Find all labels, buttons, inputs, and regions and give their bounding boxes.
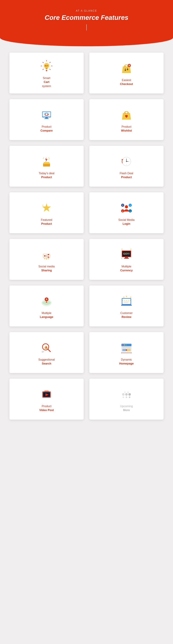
svg-rect-92 [46,346,46,349]
feature-card-todays-deal: Today's dealProduct [10,146,84,187]
svg-rect-111 [44,390,49,392]
svg-text:€: € [130,248,132,251]
svg-line-31 [48,159,49,160]
svg-rect-9 [46,68,48,68]
svg-rect-23 [44,118,49,119]
svg-text:g: g [122,210,123,212]
multiple-language-label: MultipleLanguage [40,311,53,319]
smart-cart-label: Smart Cartsystem [42,76,51,88]
featured-product-label: FeaturedProduct [41,218,52,226]
header-divider [86,24,87,30]
svg-text:in: in [130,210,131,212]
smart-cart-icon: BUY [40,59,54,73]
dynamic-homepage-icon [119,341,134,355]
svg-rect-103 [127,349,130,351]
upcoming-more-icon [119,387,134,402]
feature-card-easiest-checkout: EasiestCheckout [89,52,164,94]
feature-card-dynamic-homepage: DynamicHomepage [89,332,164,373]
feature-card-upcoming-more: UpcomingMore [89,379,164,420]
svg-rect-91 [44,347,45,349]
feature-card-flash-deal: Flash DealProduct [89,146,164,187]
svg-rect-22 [45,118,48,118]
social-login-icon: f t g in [119,201,134,215]
feature-card-smart-cart: BUY Smart Cartsystem [10,52,84,94]
svg-text:$: $ [122,248,123,251]
svg-line-29 [48,158,49,158]
svg-rect-10 [46,68,47,69]
svg-rect-81 [121,305,132,306]
svg-point-98 [122,344,124,346]
social-login-label: Social MediaLogin [118,218,134,226]
todays-deal-label: Today's dealProduct [39,172,54,179]
todays-deal-icon [40,154,54,168]
svg-text:★ ★ ★ ★ ★: ★ ★ ★ ★ ★ [122,300,131,301]
svg-point-117 [129,396,130,398]
svg-rect-71 [124,258,129,259]
dynamic-homepage-label: DynamicHomepage [119,358,134,366]
svg-point-115 [122,396,124,398]
svg-point-113 [125,393,128,396]
svg-rect-102 [122,349,126,351]
product-video-icon [40,387,54,402]
svg-point-61 [48,254,49,255]
svg-rect-70 [125,257,128,258]
feature-card-customer-review: ★ ★ ★ ★ ★ ★ ★ ★ CustomerReview [89,286,164,326]
product-wishlist-label: ProductWishlist [121,125,132,133]
multiple-language-icon [40,294,54,308]
svg-point-42 [126,161,127,162]
product-compare-label: ProductCompare [40,125,53,133]
header-title: Core Ecommerce Features [3,14,170,22]
feature-card-multiple-currency: GO!!! $ € £ MultipleCurrency [89,239,164,280]
product-wishlist-icon [119,108,134,122]
svg-line-2 [50,62,50,63]
multiple-currency-label: MultipleCurrency [120,264,132,272]
svg-rect-67 [48,258,49,259]
suggestional-search-label: SuggestionalSearch [38,358,55,366]
svg-rect-66 [46,258,47,260]
featured-product-icon [40,201,54,215]
social-sharing-icon [40,248,54,262]
svg-point-25 [127,112,128,114]
product-compare-icon [40,108,54,122]
svg-text:BUY: BUY [45,65,48,67]
feature-card-featured-product: FeaturedProduct [10,192,84,233]
feature-card-suggestional-search: SuggestionalSearch [10,332,84,373]
flash-deal-label: Flash DealProduct [120,172,133,179]
svg-rect-21 [42,112,50,116]
flash-deal-icon [119,154,134,168]
svg-point-99 [124,344,125,346]
easiest-checkout-label: EasiestCheckout [120,78,133,86]
svg-line-90 [48,349,50,352]
social-sharing-label: Social mediaSharing [38,264,54,272]
svg-point-112 [122,393,124,396]
svg-point-114 [128,393,131,396]
svg-rect-27 [44,162,50,164]
suggestional-search-icon [40,341,54,355]
svg-point-118 [124,392,126,393]
header-subtitle: AT A GLANCE [3,10,170,12]
svg-text:★: ★ [130,296,132,298]
feature-card-multiple-language: MultipleLanguage [10,286,84,326]
svg-point-104 [126,350,127,351]
easiest-checkout-icon [119,61,134,76]
feature-card-social-login: f t g in Social MediaLogin [89,192,164,233]
svg-point-24 [125,112,126,114]
svg-text:★: ★ [123,296,125,298]
product-video-label: ProductVideo Post [39,404,54,412]
feature-card-social-sharing: Social mediaSharing [10,239,84,280]
customer-review-icon: ★ ★ ★ ★ ★ ★ ★ ★ [119,294,134,308]
svg-rect-93 [47,347,48,349]
svg-point-60 [44,255,45,256]
feature-card-product-wishlist: ProductWishlist [89,99,164,140]
svg-rect-65 [44,258,45,259]
feature-card-product-compare: ProductCompare [10,99,84,140]
multiple-currency-icon: GO!!! $ € £ [119,248,134,262]
svg-line-5 [43,62,44,63]
svg-point-119 [128,392,129,393]
svg-line-4 [50,69,50,70]
svg-rect-101 [122,347,130,348]
svg-rect-84 [123,302,128,303]
svg-text:£: £ [122,257,122,260]
svg-line-32 [44,158,44,158]
customer-review-label: CustomerReview [120,311,132,319]
